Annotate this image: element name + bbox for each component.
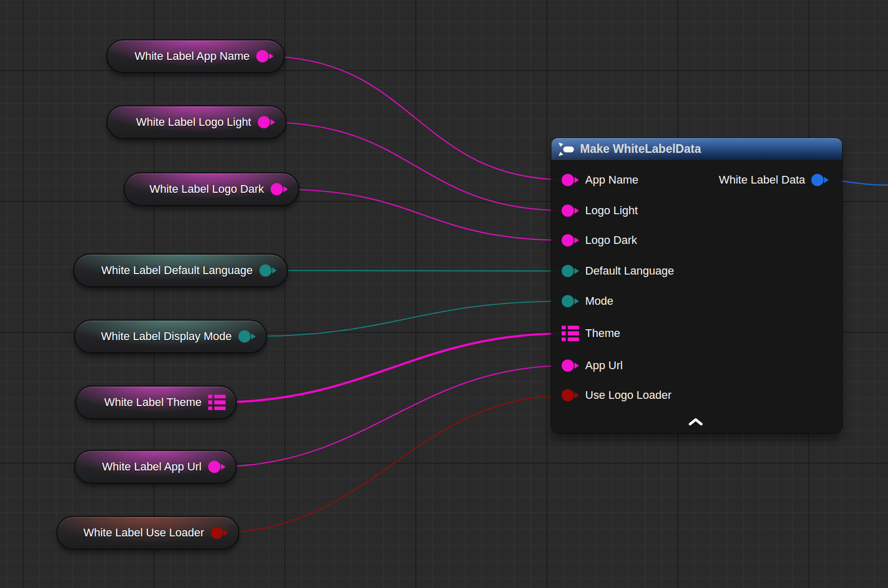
input-pin-label: Default Language bbox=[585, 264, 674, 278]
getter-label: White Label Logo Light bbox=[136, 117, 251, 128]
input-row-logo-dark: Logo Dark bbox=[562, 234, 637, 247]
output-pin-string[interactable] bbox=[271, 183, 288, 195]
output-pin-enum[interactable] bbox=[238, 330, 256, 343]
wire-logo-dark[interactable] bbox=[278, 189, 568, 240]
wire-app-url[interactable] bbox=[215, 366, 568, 467]
input-pin-label: Logo Light bbox=[585, 204, 638, 217]
input-pin-enum[interactable] bbox=[562, 295, 579, 307]
wire-logo-light[interactable] bbox=[265, 122, 568, 211]
input-row-use-logo-loader: Use Logo Loader bbox=[562, 389, 672, 402]
output-pin-string[interactable] bbox=[258, 116, 275, 128]
wire-app-name[interactable] bbox=[263, 56, 568, 180]
make-whitelabeldata-node[interactable]: Make WhiteLabelDataApp NameLogo LightLog… bbox=[551, 138, 842, 433]
make-struct-icon bbox=[558, 142, 574, 156]
input-pin-enum[interactable] bbox=[562, 265, 579, 277]
output-pin-struct[interactable] bbox=[811, 174, 829, 186]
getter-white-label-app-url[interactable]: White Label App Url bbox=[74, 450, 237, 484]
input-row-app-name: App Name bbox=[562, 173, 638, 187]
input-pin-label: Use Logo Loader bbox=[585, 389, 672, 402]
node-title: Make WhiteLabelData bbox=[580, 142, 701, 156]
getter-label: White Label App Url bbox=[102, 461, 202, 472]
node-header[interactable]: Make WhiteLabelData bbox=[551, 138, 842, 160]
output-row-white-label-data: White Label Data bbox=[719, 173, 829, 187]
input-row-logo-light: Logo Light bbox=[562, 204, 638, 217]
output-pin-string[interactable] bbox=[208, 461, 226, 473]
blueprint-graph-canvas[interactable]: White Label App NameWhite Label Logo Lig… bbox=[0, 0, 888, 588]
getter-label: White Label Display Mode bbox=[101, 331, 232, 342]
getter-label: White Label Theme bbox=[104, 397, 202, 408]
getter-white-label-use-loader[interactable]: White Label Use Loader bbox=[56, 516, 239, 550]
getter-white-label-default-language[interactable]: White Label Default Language bbox=[73, 254, 288, 287]
output-pin-enum[interactable] bbox=[259, 264, 277, 277]
output-pin-string[interactable] bbox=[256, 50, 274, 62]
input-row-theme: Theme bbox=[562, 326, 620, 341]
input-pin-string[interactable] bbox=[562, 359, 579, 372]
struct-grid-icon[interactable] bbox=[208, 395, 226, 410]
chevron-up-icon bbox=[689, 418, 703, 426]
input-pin-label: App Url bbox=[585, 359, 623, 372]
input-pin-label: App Name bbox=[585, 173, 638, 187]
input-row-default-language: Default Language bbox=[562, 264, 674, 278]
wire-default-language[interactable] bbox=[267, 270, 568, 271]
getter-white-label-logo-light[interactable]: White Label Logo Light bbox=[106, 105, 286, 139]
input-pin-label: Theme bbox=[585, 327, 620, 340]
getter-white-label-display-mode[interactable]: White Label Display Mode bbox=[74, 320, 267, 353]
input-pin-bool[interactable] bbox=[562, 389, 579, 401]
getter-white-label-theme[interactable]: White Label Theme bbox=[75, 386, 237, 419]
input-pin-label: Mode bbox=[585, 295, 613, 308]
getter-label: White Label App Name bbox=[135, 51, 250, 62]
input-row-mode: Mode bbox=[562, 295, 613, 308]
getter-label: White Label Use Loader bbox=[83, 527, 204, 538]
input-pin-string[interactable] bbox=[562, 205, 579, 217]
struct-grid-icon[interactable] bbox=[562, 326, 579, 341]
output-pin-bool[interactable] bbox=[211, 527, 228, 539]
input-pin-string[interactable] bbox=[562, 234, 579, 246]
input-pin-label: Logo Dark bbox=[585, 234, 637, 247]
getter-white-label-logo-dark[interactable]: White Label Logo Dark bbox=[124, 172, 299, 206]
output-pin-label: White Label Data bbox=[719, 173, 805, 187]
wire-theme[interactable] bbox=[215, 333, 568, 402]
getter-label: White Label Logo Dark bbox=[149, 184, 264, 195]
wire-mode[interactable] bbox=[246, 301, 568, 336]
input-row-app-url: App Url bbox=[562, 359, 623, 372]
getter-label: White Label Default Language bbox=[101, 265, 253, 276]
input-pin-string[interactable] bbox=[562, 174, 579, 186]
collapse-advanced-button[interactable] bbox=[689, 418, 703, 428]
getter-white-label-app-name[interactable]: White Label App Name bbox=[106, 39, 285, 73]
